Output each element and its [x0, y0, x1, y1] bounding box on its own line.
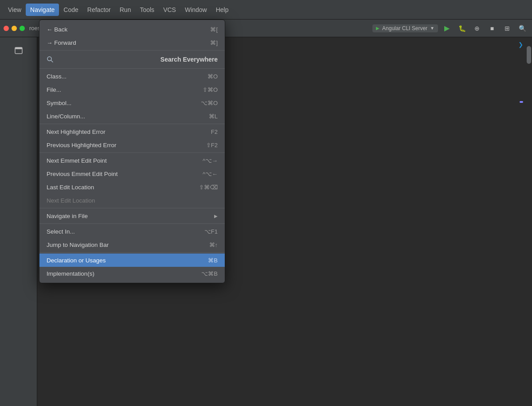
menu-item-next-edit: Next Edit Location [39, 194, 225, 207]
menu-view[interactable]: View [4, 4, 26, 16]
maximize-button[interactable] [20, 26, 25, 31]
svg-rect-1 [15, 47, 22, 49]
run-button[interactable]: ▶ [441, 22, 453, 35]
coverage-button[interactable]: ⊕ [471, 22, 483, 35]
section-declaration: Declaration or Usages ⌘B Implementation(… [39, 252, 225, 281]
search-everywhere-icon [47, 56, 54, 63]
menu-item-back[interactable]: ← Back ⌘[ [39, 23, 225, 36]
menu-item-class[interactable]: Class... ⌘O [39, 70, 225, 83]
section-emmet: Next Emmet Edit Point ^⌥→ Previous Emmet… [39, 152, 225, 208]
menu-item-search-everywhere[interactable]: Search Everywhere [39, 51, 225, 67]
menu-item-next-emmet[interactable]: Next Emmet Edit Point ^⌥→ [39, 154, 225, 167]
menu-run[interactable]: Run [115, 4, 136, 16]
section-navigate-file: Navigate in File ▶ [39, 208, 225, 223]
menu-item-file[interactable]: File... ⇧⌘O [39, 83, 225, 96]
menu-item-next-error[interactable]: Next Highlighted Error F2 [39, 125, 225, 138]
menu-item-navigate-in-file[interactable]: Navigate in File ▶ [39, 209, 225, 223]
section-goto: Class... ⌘O File... ⇧⌘O Symbol... ⌥⌘O Li… [39, 68, 225, 124]
navigate-dropdown: ← Back ⌘[ → Forward ⌘] Search Everywhere… [39, 20, 225, 283]
menu-item-line-column[interactable]: Line/Column... ⌘L [39, 109, 225, 123]
menu-item-prev-error[interactable]: Previous Highlighted Error ⇧F2 [39, 138, 225, 152]
menu-code[interactable]: Code [59, 4, 82, 16]
sidebar [0, 37, 37, 406]
menu-vcs[interactable]: VCS [159, 4, 180, 16]
fold-marker-5 [520, 101, 523, 103]
section-history: ← Back ⌘[ → Forward ⌘] [39, 22, 225, 50]
svg-line-3 [51, 60, 53, 62]
toolbar-right: ▶ Angular CLI Server ▼ ▶ 🐛 ⊕ ■ ⊞ 🔍 [372, 22, 528, 35]
section-search: Search Everywhere [39, 50, 225, 68]
menu-item-symbol[interactable]: Symbol... ⌥⌘O [39, 96, 225, 109]
scrollbar[interactable] [526, 37, 532, 406]
stop-button[interactable]: ■ [486, 22, 498, 35]
section-select: Select In... ⌥F1 Jump to Navigation Bar … [39, 223, 225, 252]
scrollbar-thumb[interactable] [527, 46, 531, 64]
traffic-lights [4, 26, 25, 31]
search-button[interactable]: 🔍 [516, 22, 528, 35]
menu-item-prev-emmet[interactable]: Previous Emmet Edit Point ^⌥← [39, 167, 225, 180]
menu-tools[interactable]: Tools [135, 4, 159, 16]
menu-item-declaration-usages[interactable]: Declaration or Usages ⌘B [39, 254, 225, 267]
menu-item-select-in[interactable]: Select In... ⌥F1 [39, 225, 225, 238]
frame-button[interactable]: ⊞ [501, 22, 513, 35]
menu-item-implementation[interactable]: Implementation(s) ⌥⌘B [39, 267, 225, 280]
debug-button[interactable]: 🐛 [456, 22, 468, 35]
minimize-button[interactable] [12, 26, 17, 31]
run-config-selector[interactable]: ▶ Angular CLI Server ▼ [372, 24, 438, 32]
menu-refactor[interactable]: Refactor [83, 4, 115, 16]
menu-item-forward[interactable]: → Forward ⌘] [39, 36, 225, 49]
sidebar-project-icon[interactable] [9, 41, 28, 60]
menu-item-jump-nav-bar[interactable]: Jump to Navigation Bar ⌘↑ [39, 238, 225, 251]
fold-chevron[interactable]: ❯ [518, 39, 523, 51]
section-errors: Next Highlighted Error F2 Previous Highl… [39, 124, 225, 152]
menu-item-last-edit[interactable]: Last Edit Location ⇧⌘⌫ [39, 180, 225, 194]
menu-window[interactable]: Window [180, 4, 211, 16]
run-config-dropdown-arrow: ▼ [430, 26, 434, 31]
close-button[interactable] [4, 26, 9, 31]
menu-help[interactable]: Help [211, 4, 233, 16]
submenu-arrow-icon: ▶ [214, 214, 218, 219]
navigate-menu-overlay: ← Back ⌘[ → Forward ⌘] Search Everywhere… [39, 20, 225, 283]
menu-bar: View Navigate Code Refactor Run Tools VC… [0, 0, 532, 20]
menu-navigate[interactable]: Navigate [26, 4, 59, 16]
